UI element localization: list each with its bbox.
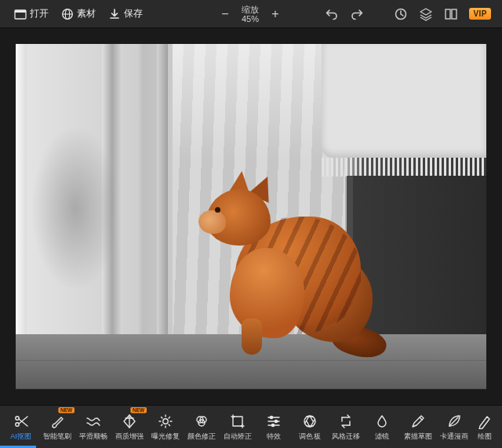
- tool-label: 绘图: [478, 432, 492, 439]
- swap-icon: [338, 413, 354, 429]
- tool-effects[interactable]: 特效: [256, 406, 292, 449]
- svg-point-11: [163, 419, 168, 424]
- furniture: [353, 176, 486, 348]
- sun-icon: [158, 413, 173, 429]
- zoom-value: 45%: [242, 14, 259, 24]
- leaf-icon: [446, 413, 462, 429]
- zoom-out-button[interactable]: −: [220, 7, 231, 21]
- svg-point-16: [270, 416, 272, 418]
- svg-rect-7: [446, 9, 450, 19]
- assets-label: 素材: [77, 7, 96, 20]
- zoom-control: − 缩放 45% +: [220, 5, 281, 24]
- vip-badge[interactable]: VIP: [469, 8, 491, 20]
- zoom-label: 缩放: [242, 5, 259, 14]
- tool-label: 智能笔刷: [43, 432, 72, 439]
- color-subject-cat: [192, 162, 373, 362]
- tool-color-correct[interactable]: 颜色修正: [184, 406, 220, 449]
- tool-label: 卡通漫画: [440, 432, 469, 439]
- new-badge: NEW: [59, 407, 75, 413]
- tool-label: 曝光修复: [151, 432, 180, 439]
- tool-label: 自动矫正: [224, 432, 253, 439]
- tool-label: 特效: [267, 432, 281, 439]
- tool-label: 滤镜: [375, 432, 389, 439]
- tool-draw[interactable]: 绘图: [472, 406, 497, 449]
- svg-point-9: [16, 417, 19, 420]
- tool-smart-brush[interactable]: 智能笔刷NEW: [39, 406, 75, 449]
- blanket: [322, 44, 486, 158]
- svg-point-10: [16, 423, 19, 426]
- sliders-icon: [266, 413, 282, 429]
- save-label: 保存: [124, 7, 143, 20]
- compare-icon[interactable]: [444, 7, 458, 21]
- waves-icon: [85, 413, 101, 429]
- open-icon: [14, 8, 27, 20]
- open-label: 打开: [30, 7, 49, 20]
- svg-rect-8: [452, 9, 457, 19]
- svg-point-18: [271, 424, 274, 426]
- zoom-in-button[interactable]: +: [270, 7, 281, 21]
- tool-exposure[interactable]: 曝光修复: [147, 406, 184, 449]
- globe-icon: [61, 8, 74, 20]
- rgb-icon: [194, 413, 209, 429]
- tool-label: 风格迁移: [332, 432, 361, 439]
- pen-icon: [477, 413, 493, 429]
- undo-button[interactable]: [325, 7, 339, 21]
- download-icon: [108, 8, 121, 20]
- tool-label: 颜色修正: [187, 432, 216, 439]
- tool-filters[interactable]: 滤镜: [364, 406, 400, 449]
- scissors-icon: [13, 413, 29, 429]
- layers-icon[interactable]: [419, 7, 433, 21]
- crop-icon: [230, 413, 246, 429]
- tool-label: 画质增强: [115, 432, 144, 439]
- tool-enhance[interactable]: 画质增强NEW: [111, 406, 147, 449]
- open-button[interactable]: 打开: [8, 0, 55, 27]
- bottom-toolbar: AI抠图智能笔刷NEW平滑顺畅画质增强NEW曝光修复颜色修正自动矫正特效调色板风…: [0, 405, 502, 448]
- tool-palette[interactable]: 调色板: [292, 406, 328, 449]
- image-canvas[interactable]: [16, 44, 486, 389]
- svg-rect-1: [15, 10, 26, 13]
- brush-icon: [49, 413, 65, 429]
- history-icon[interactable]: [394, 7, 408, 21]
- droplet-icon: [374, 413, 390, 429]
- pencil-icon: [410, 413, 426, 429]
- zoom-display: 缩放 45%: [242, 5, 259, 24]
- assets-button[interactable]: 素材: [55, 0, 102, 27]
- tool-label: 素描草图: [404, 432, 433, 439]
- tool-cartoon[interactable]: 卡通漫画: [436, 406, 472, 449]
- tool-ai-cutout[interactable]: AI抠图: [3, 406, 39, 449]
- svg-rect-15: [233, 417, 242, 426]
- svg-point-17: [275, 420, 277, 422]
- tool-sketch[interactable]: 素描草图: [400, 406, 436, 449]
- top-toolbar: 打开 素材 保存 − 缩放 45% + VIP: [0, 0, 502, 28]
- tool-label: 调色板: [299, 432, 321, 439]
- save-button[interactable]: 保存: [102, 0, 149, 27]
- aperture-icon: [302, 413, 318, 429]
- right-icon-group: VIP: [325, 7, 494, 21]
- canvas-area: [0, 28, 502, 405]
- window-reflection: [28, 91, 115, 287]
- redo-button[interactable]: [350, 7, 364, 21]
- tool-label: 平滑顺畅: [79, 432, 108, 439]
- diamond-icon: [122, 413, 137, 429]
- tool-smooth[interactable]: 平滑顺畅: [75, 406, 111, 449]
- new-badge: NEW: [131, 407, 147, 413]
- tool-style-transfer[interactable]: 风格迁移: [328, 406, 364, 449]
- tool-label: AI抠图: [10, 432, 31, 439]
- tool-straighten[interactable]: 自动矫正: [220, 406, 256, 449]
